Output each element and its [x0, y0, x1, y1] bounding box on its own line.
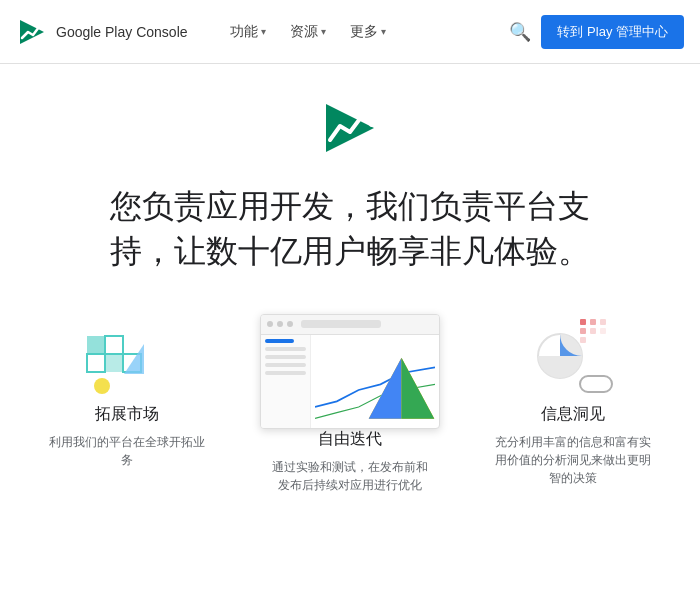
hero-logo-icon — [318, 96, 382, 160]
navbar: Google Play Console 功能 ▾ 资源 ▾ 更多 ▾ 🔍 转到 … — [0, 0, 700, 64]
svg-rect-16 — [580, 328, 586, 334]
browser-dot-3 — [287, 321, 293, 327]
iterate-title: 自由迭代 — [318, 429, 382, 450]
browser-main — [311, 335, 439, 428]
features-label: 功能 — [230, 23, 258, 41]
svg-point-2 — [369, 121, 375, 127]
nav-features[interactable]: 功能 ▾ — [220, 17, 276, 47]
svg-rect-6 — [105, 336, 123, 354]
svg-marker-9 — [124, 344, 144, 374]
svg-marker-0 — [20, 20, 44, 44]
svg-marker-11 — [369, 357, 402, 418]
svg-marker-1 — [326, 104, 374, 152]
resources-chevron-icon: ▾ — [321, 26, 326, 37]
insights-desc: 充分利用丰富的信息和富有实用价值的分析洞见来做出更明智的决策 — [493, 433, 653, 487]
browser-sidebar — [261, 335, 311, 428]
cta-button[interactable]: 转到 Play 管理中心 — [541, 15, 684, 49]
nav-more[interactable]: 更多 ▾ — [340, 17, 396, 47]
insights-illustration — [528, 314, 618, 404]
feature-market: 拓展市场 利用我们的平台在全球开拓业务 — [16, 314, 239, 494]
svg-rect-15 — [600, 319, 606, 325]
svg-rect-21 — [580, 376, 612, 392]
more-label: 更多 — [350, 23, 378, 41]
svg-rect-13 — [580, 319, 586, 325]
browser-dot-1 — [267, 321, 273, 327]
svg-rect-5 — [105, 354, 123, 372]
browser-dot-2 — [277, 321, 283, 327]
insights-title: 信息洞见 — [541, 404, 605, 425]
svg-rect-18 — [600, 328, 606, 334]
resources-label: 资源 — [290, 23, 318, 41]
more-chevron-icon: ▾ — [381, 26, 386, 37]
svg-rect-14 — [590, 319, 596, 325]
features-section: 拓展市场 利用我们的平台在全球开拓业务 — [0, 314, 700, 494]
svg-rect-3 — [87, 354, 105, 372]
svg-point-8 — [94, 378, 110, 394]
svg-rect-4 — [87, 336, 105, 354]
market-title: 拓展市场 — [95, 404, 159, 425]
hero-title: 您负责应用开发，我们负责平台支持，让数十亿用户畅享非凡体验。 — [100, 184, 600, 274]
svg-marker-12 — [402, 357, 435, 418]
iterate-desc: 通过实验和测试，在发布前和发布后持续对应用进行优化 — [270, 458, 430, 494]
logo[interactable]: Google Play Console — [16, 16, 188, 48]
svg-rect-17 — [590, 328, 596, 334]
features-chevron-icon: ▾ — [261, 26, 266, 37]
market-illustration — [82, 314, 172, 404]
feature-iterate: 自由迭代 通过实验和测试，在发布前和发布后持续对应用进行优化 — [239, 314, 462, 494]
browser-content — [261, 335, 439, 428]
logo-text: Google Play Console — [56, 24, 188, 40]
nav-links: 功能 ▾ 资源 ▾ 更多 ▾ — [220, 17, 500, 47]
play-console-logo-icon — [16, 16, 48, 48]
feature-insights: 信息洞见 充分利用丰富的信息和富有实用价值的分析洞见来做出更明智的决策 — [461, 314, 684, 494]
iterate-illustration — [260, 314, 440, 429]
nav-resources[interactable]: 资源 ▾ — [280, 17, 336, 47]
svg-rect-19 — [580, 337, 586, 343]
market-desc: 利用我们的平台在全球开拓业务 — [47, 433, 207, 469]
browser-bar — [261, 315, 439, 335]
hero-section: 您负责应用开发，我们负责平台支持，让数十亿用户畅享非凡体验。 — [0, 64, 700, 294]
search-icon[interactable]: 🔍 — [499, 15, 541, 49]
